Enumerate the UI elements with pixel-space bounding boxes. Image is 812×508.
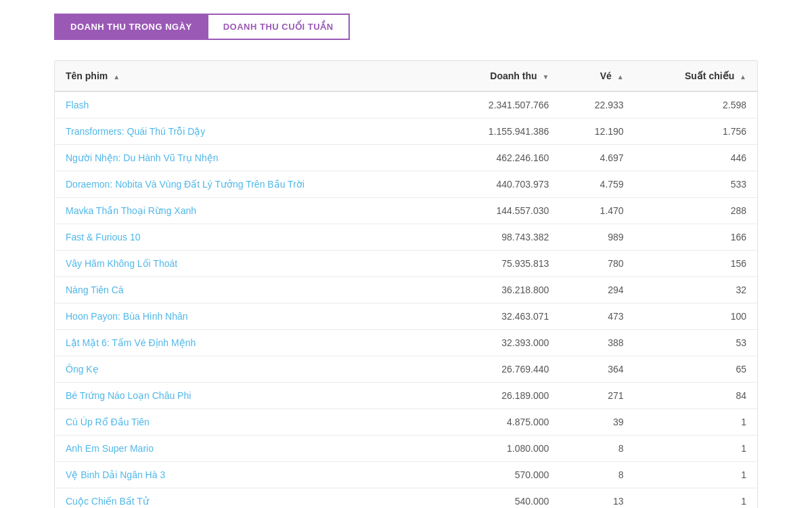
col-revenue-label: Doanh thu: [490, 70, 537, 81]
showtimes-cell: 65: [635, 356, 757, 383]
revenue-cell: 32.393.000: [438, 330, 560, 356]
tab-weekend[interactable]: DOANH THU CUỐI TUẦN: [208, 14, 350, 40]
col-header-tickets[interactable]: Vé ▲: [560, 61, 634, 91]
revenue-cell: 440.703.973: [438, 171, 560, 198]
tickets-cell: 388: [560, 330, 634, 356]
movie-name-cell[interactable]: Vệ Binh Dải Ngân Hà 3: [55, 462, 438, 488]
showtimes-cell: 288: [635, 198, 757, 224]
movie-name-cell[interactable]: Flash: [55, 91, 438, 119]
tickets-cell: 364: [560, 356, 634, 383]
table-row: Doraemon: Nobita Và Vùng Đất Lý Tưởng Tr…: [55, 171, 757, 198]
revenue-table-wrapper: Tên phim ▲ Doanh thu ▼ Vé ▲ Suất chiếu ▲: [54, 60, 758, 508]
revenue-table: Tên phim ▲ Doanh thu ▼ Vé ▲ Suất chiếu ▲: [55, 61, 757, 508]
showtimes-cell: 32: [635, 277, 757, 303]
tickets-cell: 473: [560, 303, 634, 330]
revenue-cell: 98.743.382: [438, 224, 560, 251]
movie-name-cell[interactable]: Cuộc Chiến Bất Tử: [55, 488, 438, 509]
showtimes-cell: 1: [635, 462, 757, 488]
revenue-cell: 144.557.030: [438, 198, 560, 224]
movie-name-cell[interactable]: Nàng Tiên Cá: [55, 277, 438, 303]
tickets-cell: 12.190: [560, 119, 634, 145]
revenue-cell: 540.000: [438, 488, 560, 509]
table-row: Cuộc Chiến Bất Tử540.000131: [55, 488, 757, 509]
table-row: Lật Mặt 6: Tấm Vé Định Mệnh32.393.000388…: [55, 330, 757, 356]
table-row: Nàng Tiên Cá36.218.80029432: [55, 277, 757, 303]
movie-name-cell[interactable]: Lật Mặt 6: Tấm Vé Định Mệnh: [55, 330, 438, 356]
col-revenue-sort-icon: ▼: [542, 73, 549, 81]
tickets-cell: 1.470: [560, 198, 634, 224]
tickets-cell: 22.933: [560, 91, 634, 119]
showtimes-cell: 446: [635, 145, 757, 171]
showtimes-cell: 1.756: [635, 119, 757, 145]
showtimes-cell: 166: [635, 224, 757, 251]
revenue-cell: 462.246.160: [438, 145, 560, 171]
tickets-cell: 8: [560, 462, 634, 488]
tickets-cell: 989: [560, 224, 634, 251]
movie-name-cell[interactable]: Doraemon: Nobita Và Vùng Đất Lý Tưởng Tr…: [55, 171, 438, 198]
revenue-cell: 570.000: [438, 462, 560, 488]
col-tickets-label: Vé: [600, 70, 612, 81]
movie-name-cell[interactable]: Vây Hãm Không Lối Thoát: [55, 251, 438, 277]
showtimes-cell: 1: [635, 488, 757, 509]
showtimes-cell: 533: [635, 171, 757, 198]
showtimes-cell: 84: [635, 383, 757, 409]
showtimes-cell: 156: [635, 251, 757, 277]
showtimes-cell: 2.598: [635, 91, 757, 119]
tab-bar: DOANH THU TRONG NGÀY DOANH THU CUỐI TUẦN: [0, 0, 812, 40]
revenue-cell: 26.189.000: [438, 383, 560, 409]
table-header-row: Tên phim ▲ Doanh thu ▼ Vé ▲ Suất chiếu ▲: [55, 61, 757, 91]
table-row: Mavka Thần Thoại Rừng Xanh144.557.0301.4…: [55, 198, 757, 224]
revenue-cell: 4.875.000: [438, 409, 560, 436]
revenue-cell: 2.341.507.766: [438, 91, 560, 119]
table-row: Anh Em Super Mario1.080.00081: [55, 436, 757, 462]
showtimes-cell: 1: [635, 409, 757, 436]
col-header-name[interactable]: Tên phim ▲: [55, 61, 438, 91]
revenue-cell: 1.080.000: [438, 436, 560, 462]
revenue-cell: 26.769.440: [438, 356, 560, 383]
tickets-cell: 4.697: [560, 145, 634, 171]
movie-name-cell[interactable]: Bé Trứng Náo Loạn Châu Phi: [55, 383, 438, 409]
col-header-revenue[interactable]: Doanh thu ▼: [438, 61, 560, 91]
tickets-cell: 780: [560, 251, 634, 277]
showtimes-cell: 1: [635, 436, 757, 462]
revenue-cell: 75.935.813: [438, 251, 560, 277]
tickets-cell: 13: [560, 488, 634, 509]
col-tickets-sort-icon: ▲: [617, 73, 624, 81]
movie-name-cell[interactable]: Người Nhện: Du Hành Vũ Trụ Nhện: [55, 145, 438, 171]
tickets-cell: 4.759: [560, 171, 634, 198]
table-row: Cú Úp Rổ Đầu Tiên4.875.000391: [55, 409, 757, 436]
revenue-cell: 1.155.941.386: [438, 119, 560, 145]
table-row: Vây Hãm Không Lối Thoát75.935.813780156: [55, 251, 757, 277]
col-header-showtimes[interactable]: Suất chiếu ▲: [635, 61, 757, 91]
col-name-sort-icon: ▲: [113, 73, 120, 81]
showtimes-cell: 100: [635, 303, 757, 330]
movie-name-cell[interactable]: Mavka Thần Thoại Rừng Xanh: [55, 198, 438, 224]
tickets-cell: 294: [560, 277, 634, 303]
table-row: Ông Kẹ26.769.44036465: [55, 356, 757, 383]
table-row: Người Nhện: Du Hành Vũ Trụ Nhện462.246.1…: [55, 145, 757, 171]
main-content: Tên phim ▲ Doanh thu ▼ Vé ▲ Suất chiếu ▲: [0, 40, 812, 508]
col-showtimes-label: Suất chiếu: [685, 70, 734, 81]
revenue-cell: 32.463.071: [438, 303, 560, 330]
movie-name-cell[interactable]: Anh Em Super Mario: [55, 436, 438, 462]
table-row: Fast & Furious 1098.743.382989166: [55, 224, 757, 251]
tickets-cell: 8: [560, 436, 634, 462]
movie-name-cell[interactable]: Cú Úp Rổ Đầu Tiên: [55, 409, 438, 436]
col-showtimes-sort-icon: ▲: [740, 73, 746, 81]
tickets-cell: 39: [560, 409, 634, 436]
movie-name-cell[interactable]: Hoon Payon: Bùa Hình Nhân: [55, 303, 438, 330]
table-row: Transformers: Quái Thú Trỗi Dậy1.155.941…: [55, 119, 757, 145]
table-row: Vệ Binh Dải Ngân Hà 3570.00081: [55, 462, 757, 488]
movie-name-cell[interactable]: Transformers: Quái Thú Trỗi Dậy: [55, 119, 438, 145]
col-name-label: Tên phim: [66, 70, 108, 81]
table-row: Bé Trứng Náo Loạn Châu Phi26.189.0002718…: [55, 383, 757, 409]
table-row: Hoon Payon: Bùa Hình Nhân32.463.07147310…: [55, 303, 757, 330]
movie-name-cell[interactable]: Ông Kẹ: [55, 356, 438, 383]
showtimes-cell: 53: [635, 330, 757, 356]
movie-name-cell[interactable]: Fast & Furious 10: [55, 224, 438, 251]
revenue-cell: 36.218.800: [438, 277, 560, 303]
table-row: Flash2.341.507.76622.9332.598: [55, 91, 757, 119]
tab-daily[interactable]: DOANH THU TRONG NGÀY: [54, 14, 208, 40]
tickets-cell: 271: [560, 383, 634, 409]
